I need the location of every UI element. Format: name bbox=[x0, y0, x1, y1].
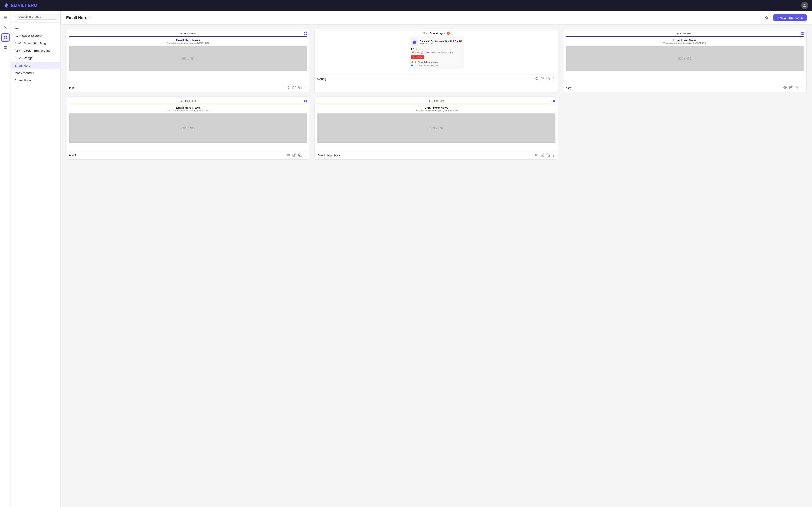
brand-diamond-icon: ◆ bbox=[429, 100, 430, 102]
stat-count-2: 1 bbox=[415, 64, 416, 66]
app-logo[interactable]: EMAILHERO bbox=[4, 3, 37, 8]
card-actions bbox=[535, 77, 550, 81]
card-footer-test21: test 21 bbox=[66, 84, 310, 92]
star-empty-1: ★ bbox=[418, 48, 420, 51]
nav-icon-list[interactable] bbox=[1, 13, 9, 22]
nav-icon-tools[interactable] bbox=[1, 23, 9, 32]
sidebar-search-container: + bbox=[11, 11, 60, 23]
view-icon[interactable] bbox=[535, 153, 539, 158]
svg-point-24 bbox=[536, 78, 537, 79]
brand-diamond-icon: ◆ bbox=[677, 33, 679, 35]
sidebar-item-email-hero[interactable]: Email Hero bbox=[11, 62, 60, 69]
svg-rect-31 bbox=[796, 87, 798, 89]
card-actions bbox=[535, 153, 550, 158]
sidebar-item-abm-super-security[interactable]: ABM Super Security bbox=[11, 32, 60, 39]
sidebar-item-chamaileon[interactable]: Chamaileon bbox=[11, 77, 60, 84]
edit-icon[interactable] bbox=[541, 154, 544, 158]
svg-point-6 bbox=[4, 26, 5, 27]
stat-label-1: Neue Gehaltsangaben bbox=[418, 61, 439, 63]
svg-rect-18 bbox=[304, 32, 305, 33]
jetzt-lesen-button[interactable]: Jetzt lesen bbox=[411, 55, 424, 59]
user-avatar[interactable] bbox=[801, 2, 808, 9]
avatar-icon bbox=[803, 3, 807, 8]
svg-point-16 bbox=[765, 16, 767, 18]
main-content: Email Hero + NEW TEMPLATE bbox=[61, 11, 812, 507]
icon-sidebar bbox=[0, 11, 11, 507]
card-email-subtitle: The publisher's email templating SUPERHE… bbox=[415, 109, 458, 112]
more-options-button[interactable]: ⋮ bbox=[800, 86, 804, 90]
more-options-button[interactable]: ⋮ bbox=[552, 153, 555, 158]
more-options-button[interactable]: ⋮ bbox=[552, 77, 555, 81]
card-grid-icon[interactable] bbox=[801, 32, 804, 36]
svg-rect-5 bbox=[4, 18, 7, 19]
copy-icon[interactable] bbox=[298, 154, 302, 158]
svg-rect-19 bbox=[306, 32, 307, 33]
view-icon[interactable] bbox=[287, 153, 290, 158]
nav-icon-grid-active[interactable] bbox=[1, 34, 9, 42]
svg-rect-23 bbox=[300, 87, 301, 89]
new-template-button[interactable]: + NEW TEMPLATE bbox=[773, 14, 807, 21]
brand-diamond-icon: ◆ bbox=[180, 100, 182, 102]
view-icon[interactable] bbox=[535, 77, 539, 81]
sidebar-item-abm-design-engineering[interactable]: ABM - Design Engineering bbox=[11, 47, 60, 54]
svg-rect-35 bbox=[306, 101, 307, 102]
sidebar-brand-list: test ABM Super Security ABM - Automation… bbox=[11, 23, 60, 86]
content-header: Email Hero + NEW TEMPLATE bbox=[61, 11, 812, 25]
stat-count-1: 3 bbox=[415, 61, 416, 63]
review-rating: 1,6 ★ ★ ★ ★ ★ bbox=[411, 48, 462, 51]
view-icon[interactable] bbox=[287, 86, 290, 90]
svg-rect-38 bbox=[553, 100, 554, 101]
header-actions: + NEW TEMPLATE bbox=[763, 13, 807, 22]
edit-icon[interactable] bbox=[541, 77, 544, 81]
svg-rect-21 bbox=[306, 34, 307, 35]
sidebar-item-inbox-monster[interactable]: Inbox Monster bbox=[11, 69, 60, 77]
svg-rect-13 bbox=[4, 48, 7, 49]
copy-icon[interactable] bbox=[547, 154, 550, 158]
card-email-subtitle: The publisher's email templating SUPERHE… bbox=[663, 42, 706, 44]
svg-line-17 bbox=[767, 18, 768, 19]
sidebar-item-test[interactable]: test bbox=[11, 24, 60, 32]
svg-rect-3 bbox=[4, 16, 7, 17]
review-card-inner: Randstad Deutschland GmbH & Co KG Eschbo… bbox=[409, 37, 464, 68]
sidebar-item-abm-wings[interactable]: ABM - Wings bbox=[11, 54, 60, 62]
card-grid-icon[interactable] bbox=[304, 99, 307, 103]
company-name: Randstad Deutschland GmbH & Co KG bbox=[420, 40, 462, 43]
card-actions bbox=[783, 86, 798, 90]
view-icon[interactable] bbox=[783, 86, 787, 90]
card-divider bbox=[566, 36, 804, 37]
template-card-testing: Neue Bewertungen 1 Randstad Deutschland … bbox=[314, 29, 558, 92]
card-image-placeholder: 600 x 400 bbox=[69, 46, 307, 71]
svg-rect-25 bbox=[548, 78, 550, 80]
card-grid-icon[interactable] bbox=[552, 99, 556, 103]
edit-icon[interactable] bbox=[293, 154, 296, 158]
edit-icon[interactable] bbox=[293, 86, 296, 90]
sidebar-item-abm-automation-mag[interactable]: ABM - Automation Mag bbox=[11, 39, 60, 47]
card-actions bbox=[287, 153, 302, 158]
card-preview-testing: Neue Bewertungen 1 Randstad Deutschland … bbox=[315, 30, 558, 75]
card-email-subtitle: The publisher's email templating SUPERHE… bbox=[167, 109, 209, 112]
nav-icon-grid-2[interactable] bbox=[1, 44, 9, 52]
card-email-title: Email Hero News bbox=[176, 39, 200, 42]
salary-icon: 💰 bbox=[411, 61, 413, 63]
svg-rect-34 bbox=[304, 101, 305, 102]
edit-icon[interactable] bbox=[789, 86, 793, 90]
stars-icon: ★ bbox=[415, 48, 417, 51]
content-search-button[interactable] bbox=[763, 13, 771, 22]
copy-icon[interactable] bbox=[795, 86, 798, 90]
more-options-button[interactable]: ⋮ bbox=[303, 86, 307, 90]
search-brands-input[interactable] bbox=[15, 13, 59, 20]
card-footer-asdf: asdf bbox=[563, 84, 806, 92]
company-badge bbox=[411, 39, 418, 46]
svg-point-7 bbox=[6, 29, 7, 29]
copy-icon[interactable] bbox=[298, 86, 302, 90]
logo-diamond-icon bbox=[4, 3, 9, 8]
svg-rect-27 bbox=[803, 32, 804, 33]
more-options-button[interactable]: ⋮ bbox=[303, 153, 307, 158]
templates-grid: ◆ Email Hero Email Hero News The publish… bbox=[66, 29, 807, 160]
logo-text: EMAILHERO bbox=[11, 3, 37, 8]
card-grid-icon[interactable] bbox=[304, 32, 307, 36]
copy-icon[interactable] bbox=[547, 77, 550, 81]
svg-point-2 bbox=[804, 4, 806, 5]
card-preview-test21: ◆ Email Hero Email Hero News The publish… bbox=[66, 30, 310, 84]
card-footer-email-hero-news: Email Hero News bbox=[315, 151, 558, 159]
